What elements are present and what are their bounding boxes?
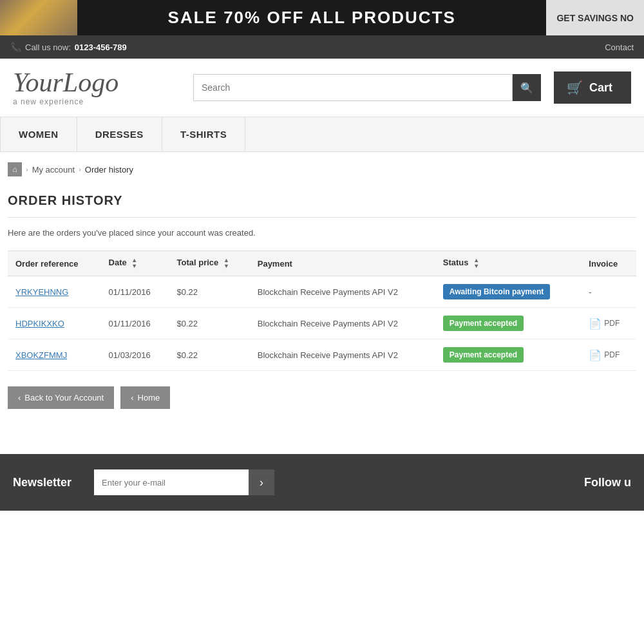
breadcrumb-arrow-2: › [79, 166, 81, 173]
breadcrumb-my-account[interactable]: My account [32, 165, 75, 175]
banner-image [0, 0, 77, 35]
invoice-cell[interactable]: 📄 PDF [581, 339, 636, 371]
pdf-icon: 📄 [589, 349, 601, 361]
banner-sale-text: SALE 70% OFF ALL PRODUCTS [77, 8, 546, 28]
order-ref-cell[interactable]: XBOKZFMMJ [8, 339, 101, 371]
date-cell: 01/11/2016 [101, 308, 169, 339]
pdf-icon: 📄 [589, 317, 601, 330]
date-cell: 01/03/2016 [101, 339, 169, 371]
col-date[interactable]: Date ▲▼ [101, 251, 169, 276]
logo-text: YourLogo [13, 69, 180, 96]
nav-item-women[interactable]: WOMEN [0, 117, 77, 151]
breadcrumb-current: Order history [85, 165, 133, 175]
total-cell: $0.22 [169, 308, 250, 339]
call-label: Call us now: [25, 43, 71, 52]
payment-cell: Blockchain Receive Payments API V2 [250, 308, 435, 339]
newsletter-label: Newsletter [13, 476, 84, 489]
table-row: HDPKIKXKO 01/11/2016 $0.22 Blockchain Re… [8, 308, 636, 339]
nav-item-dresses[interactable]: DRESSES [77, 117, 162, 151]
search-button[interactable]: 🔍 [513, 74, 541, 101]
phone-area: 📞 Call us now: 0123-456-789 [10, 42, 127, 52]
cart-label: Cart [589, 81, 612, 95]
cart-button[interactable]: 🛒 Cart [554, 71, 631, 104]
total-cell: $0.22 [169, 339, 250, 371]
action-buttons: ‹ Back to Your Account ‹ Home [8, 386, 636, 409]
payment-cell: Blockchain Receive Payments API V2 [250, 339, 435, 371]
logo-area: YourLogo a new experience [13, 69, 180, 106]
order-ref-cell[interactable]: HDPKIKXKO [8, 308, 101, 339]
logo-sub: a new experience [13, 97, 180, 106]
nav-item-tshirts[interactable]: T-SHIRTS [162, 117, 245, 151]
table-row: XBOKZFMMJ 01/03/2016 $0.22 Blockchain Re… [8, 339, 636, 371]
payment-cell: Blockchain Receive Payments API V2 [250, 276, 435, 308]
title-divider [8, 217, 636, 218]
col-status[interactable]: Status ▲▼ [435, 251, 582, 276]
home-button[interactable]: ‹ Home [120, 386, 170, 409]
search-icon: 🔍 [520, 82, 533, 94]
status-badge: Awaiting Bitcoin payment [443, 284, 550, 299]
status-cell: Payment accepted [435, 308, 582, 339]
search-area: 🔍 [193, 74, 541, 101]
phone-number: 0123-456-789 [75, 43, 127, 52]
newsletter-submit-button[interactable]: › [249, 469, 274, 495]
breadcrumb-arrow-1: › [26, 166, 28, 173]
page-title: ORDER HISTORY [8, 193, 636, 208]
banner: SALE 70% OFF ALL PRODUCTS GET SAVINGS NO [0, 0, 644, 35]
status-cell: Awaiting Bitcoin payment [435, 276, 582, 308]
back-to-account-label: Back to Your Account [24, 393, 104, 402]
home-label: Home [138, 393, 160, 402]
newsletter-input[interactable] [94, 469, 249, 495]
order-table: Order reference Date ▲▼ Total price ▲▼ P… [8, 251, 636, 371]
table-row: YRKYEHNNG 01/11/2016 $0.22 Blockchain Re… [8, 276, 636, 308]
newsletter-area: Newsletter › Follow u [13, 469, 631, 495]
main-content: ORDER HISTORY Here are the orders you've… [0, 187, 644, 428]
info-text: Here are the orders you've placed since … [8, 228, 636, 238]
header: YourLogo a new experience 🔍 🛒 Cart [0, 59, 644, 117]
search-input[interactable] [193, 74, 513, 101]
col-payment: Payment [250, 251, 435, 276]
back-to-account-button[interactable]: ‹ Back to Your Account [8, 386, 114, 409]
contact-link[interactable]: Contact [605, 43, 634, 52]
col-total-price[interactable]: Total price ▲▼ [169, 251, 250, 276]
banner-cta-button[interactable]: GET SAVINGS NO [546, 0, 644, 35]
newsletter-arrow-icon: › [260, 476, 263, 489]
col-invoice: Invoice [581, 251, 636, 276]
status-cell: Payment accepted [435, 339, 582, 371]
order-ref-cell[interactable]: YRKYEHNNG [8, 276, 101, 308]
status-badge: Payment accepted [443, 347, 524, 363]
total-cell: $0.22 [169, 276, 250, 308]
main-nav: WOMEN DRESSES T-SHIRTS [0, 117, 644, 152]
back-icon: ‹ [18, 393, 21, 402]
order-ref-link[interactable]: XBOKZFMMJ [15, 350, 67, 360]
status-badge: Payment accepted [443, 316, 524, 331]
breadcrumb-home[interactable]: ⌂ [8, 162, 22, 176]
follow-us-text: Follow u [584, 476, 631, 489]
order-ref-link[interactable]: HDPKIKXKO [15, 319, 64, 328]
cart-icon: 🛒 [567, 80, 583, 95]
invoice-cell[interactable]: 📄 PDF [581, 308, 636, 339]
newsletter-form: › [94, 469, 274, 495]
invoice-cell: - [581, 276, 636, 308]
col-order-ref: Order reference [8, 251, 101, 276]
phone-icon: 📞 [10, 42, 21, 52]
order-ref-link[interactable]: YRKYEHNNG [15, 287, 68, 297]
topbar: 📞 Call us now: 0123-456-789 Contact [0, 35, 644, 59]
date-cell: 01/11/2016 [101, 276, 169, 308]
footer: Newsletter › Follow u [0, 454, 644, 511]
home-icon: ‹ [131, 393, 133, 402]
breadcrumb: ⌂ › My account › Order history [0, 152, 644, 187]
